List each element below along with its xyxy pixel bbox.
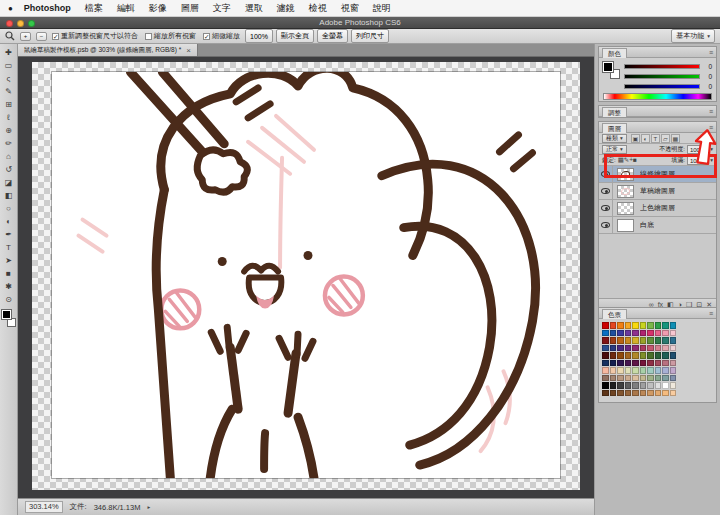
history-brush-tool[interactable]: ↺ (2, 163, 16, 176)
swatch-11[interactable] (610, 330, 617, 337)
zoom-window-button[interactable] (28, 20, 35, 27)
marquee-tool[interactable]: ▭ (2, 59, 16, 72)
zoom-preset-button-3[interactable]: 列印尺寸 (351, 29, 389, 43)
menu-item-6[interactable]: 選取 (238, 3, 270, 13)
swatch-28[interactable] (662, 337, 669, 344)
swatch-92[interactable] (617, 390, 624, 397)
swatch-71[interactable] (610, 375, 617, 382)
swatch-46[interactable] (647, 352, 654, 359)
zoom-preset-button-1[interactable]: 顯示全頁 (276, 29, 314, 43)
swatch-44[interactable] (632, 352, 639, 359)
tab-swatches[interactable]: 色票 (602, 309, 627, 319)
swatch-34[interactable] (632, 345, 639, 352)
swatch-24[interactable] (632, 337, 639, 344)
swatch-79[interactable] (670, 375, 677, 382)
zoom-option-2[interactable]: ✓細微縮放 (203, 31, 240, 41)
filter-icon-0[interactable]: ▣ (631, 134, 640, 143)
swatch-41[interactable] (610, 352, 617, 359)
tab-color[interactable]: 顏色 (602, 48, 627, 58)
layer-row-1[interactable]: 草稿繪圖層 (599, 183, 716, 200)
swatch-69[interactable] (670, 367, 677, 374)
swatch-1[interactable] (610, 322, 617, 329)
swatch-94[interactable] (632, 390, 639, 397)
swatch-40[interactable] (602, 352, 609, 359)
menu-item-0[interactable]: Photoshop (17, 3, 78, 13)
swatch-83[interactable] (625, 382, 632, 389)
blur-tool[interactable]: ○ (2, 202, 16, 215)
swatch-38[interactable] (662, 345, 669, 352)
eyedropper-tool[interactable]: ℓ (2, 111, 16, 124)
swatch-70[interactable] (602, 375, 609, 382)
swatch-32[interactable] (617, 345, 624, 352)
status-menu-icon[interactable]: ▸ (147, 504, 150, 510)
tab-adjustments[interactable]: 調整 (602, 107, 627, 117)
visibility-toggle[interactable] (599, 217, 613, 233)
foreground-color-swatch[interactable] (603, 62, 613, 72)
swatch-8[interactable] (662, 322, 669, 329)
swatch-43[interactable] (625, 352, 632, 359)
minimize-window-button[interactable] (17, 20, 24, 27)
swatch-0[interactable] (602, 322, 609, 329)
menu-item-9[interactable]: 視窗 (334, 3, 366, 13)
swatch-59[interactable] (670, 360, 677, 367)
swatch-72[interactable] (617, 375, 624, 382)
swatch-90[interactable] (602, 390, 609, 397)
menu-item-3[interactable]: 影像 (142, 3, 174, 13)
swatch-82[interactable] (617, 382, 624, 389)
document-tab[interactable]: 鼠繪草稿製作模板.psb @ 303% (線條繪圖層, RGB/8) * × (18, 44, 198, 56)
swatch-31[interactable] (610, 345, 617, 352)
swatch-2[interactable] (617, 322, 624, 329)
swatch-96[interactable] (647, 390, 654, 397)
swatch-85[interactable] (640, 382, 647, 389)
zoom-tool[interactable]: ⊙ (2, 293, 16, 306)
swatch-55[interactable] (640, 360, 647, 367)
swatch-54[interactable] (632, 360, 639, 367)
swatch-58[interactable] (662, 360, 669, 367)
visibility-toggle[interactable] (599, 200, 613, 216)
swatch-60[interactable] (602, 367, 609, 374)
swatch-12[interactable] (617, 330, 624, 337)
pen-tool[interactable]: ✒ (2, 228, 16, 241)
swatch-86[interactable] (647, 382, 654, 389)
swatch-4[interactable] (632, 322, 639, 329)
swatch-6[interactable] (647, 322, 654, 329)
panel-menu-icon[interactable]: ≡ (709, 49, 713, 56)
swatch-99[interactable] (670, 390, 677, 397)
swatch-78[interactable] (662, 375, 669, 382)
clone-stamp-tool[interactable]: ⌂ (2, 150, 16, 163)
path-selection-tool[interactable]: ➤ (2, 254, 16, 267)
swatch-81[interactable] (610, 382, 617, 389)
dodge-tool[interactable]: ◐ (2, 215, 16, 228)
swatch-45[interactable] (640, 352, 647, 359)
swatch-95[interactable] (640, 390, 647, 397)
swatch-66[interactable] (647, 367, 654, 374)
swatch-56[interactable] (647, 360, 654, 367)
close-window-button[interactable] (6, 20, 13, 27)
swatch-13[interactable] (625, 330, 632, 337)
swatch-3[interactable] (625, 322, 632, 329)
swatch-77[interactable] (655, 375, 662, 382)
menu-item-8[interactable]: 檢視 (302, 3, 334, 13)
swatch-91[interactable] (610, 390, 617, 397)
slider-value-b[interactable]: 0 (703, 83, 712, 90)
swatch-57[interactable] (655, 360, 662, 367)
workspace-switcher[interactable]: 基本功能 ▾ (671, 29, 715, 43)
slider-track-g[interactable] (624, 74, 700, 79)
move-tool[interactable]: ✚ (2, 46, 16, 59)
swatch-33[interactable] (625, 345, 632, 352)
menu-item-1[interactable]: 檔案 (78, 3, 110, 13)
swatch-7[interactable] (655, 322, 662, 329)
swatch-84[interactable] (632, 382, 639, 389)
zoom-in-mode-button[interactable]: + (20, 32, 31, 41)
swatch-21[interactable] (610, 337, 617, 344)
swatch-20[interactable] (602, 337, 609, 344)
swatch-15[interactable] (640, 330, 647, 337)
lasso-tool[interactable]: ς (2, 72, 16, 85)
brush-tool[interactable]: ✏ (2, 137, 16, 150)
swatch-23[interactable] (625, 337, 632, 344)
swatch-16[interactable] (647, 330, 654, 337)
healing-brush-tool[interactable]: ⊕ (2, 124, 16, 137)
filter-icon-3[interactable]: ▱ (661, 134, 670, 143)
menu-item-10[interactable]: 說明 (366, 3, 398, 13)
swatch-51[interactable] (610, 360, 617, 367)
